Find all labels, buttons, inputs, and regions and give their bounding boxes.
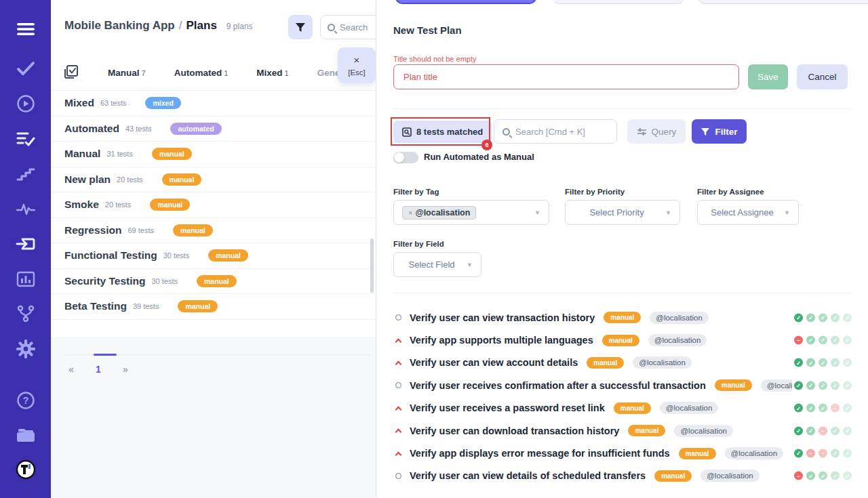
plan-test-count: 43 tests [125,125,152,133]
test-title: Verify app displays error message for in… [410,448,670,459]
tests-search-input[interactable] [515,127,610,137]
plan-title: Automated [64,123,119,135]
tag-badge[interactable]: @localisation [650,312,709,324]
plan-list: Mixed 63 tests mixed Automated 43 tests … [51,91,376,320]
plan-list-item[interactable]: Regression 69 tests manual [51,218,376,244]
signin-icon[interactable] [0,234,51,254]
plan-title: Functional Testing [64,249,157,262]
matched-tests-list: Verify user can view transaction history… [393,306,852,487]
top-cutoff-button-secondary[interactable] [553,0,684,4]
tag-badge[interactable]: @localisation [648,334,707,346]
analytics-icon[interactable] [0,269,51,289]
test-row[interactable]: Verify app supports multiple languages m… [393,329,852,351]
pagination-next-button[interactable]: » [119,364,132,375]
pagination-prev-button[interactable]: « [64,364,78,375]
plan-list-item[interactable]: Functional Testing 30 tests manual [51,243,376,269]
plan-type-tabs: Manual7 Automated1 Mixed1 Generated [64,62,362,83]
menu-icon[interactable] [0,19,51,39]
filter-field-select[interactable]: Select Field▼ [393,252,481,277]
tab-manual[interactable]: Manual7 [108,68,146,78]
test-row[interactable]: Verify user can download transaction his… [393,419,852,442]
run-automated-toggle[interactable] [393,152,418,163]
plan-list-item[interactable]: New plan 20 tests manual [51,167,376,193]
chevron-down-icon: ▼ [784,209,790,216]
top-cutoff-button-primary[interactable] [395,0,536,4]
select-all-icon[interactable] [64,65,79,80]
settings-gear-icon[interactable] [0,339,51,359]
top-cutoff-button-tertiary[interactable] [698,0,868,4]
status-fail-icon: − [818,449,827,458]
plans-filter-button[interactable] [288,15,313,39]
test-row[interactable]: Verify user can view account details man… [393,352,852,374]
manual-badge: manual [602,335,639,346]
branches-icon[interactable] [0,304,51,324]
filter-priority-select[interactable]: Select Priority▼ [565,200,680,225]
plan-type-badge: automated [170,123,221,135]
close-icon[interactable]: × [354,55,360,66]
tag-badge[interactable]: @localisation [701,470,760,482]
test-title: Verify user can download transaction his… [410,426,619,436]
save-button[interactable]: Save [748,64,788,89]
plan-title-input[interactable] [393,64,739,89]
new-test-plan-panel: New Test Plan Title should not be empty … [377,0,868,498]
filter-assignee-select[interactable]: Select Assignee▼ [697,200,799,225]
filter-tag-select[interactable]: ×@localisation ▼ [393,200,549,225]
plans-scrollbar-thumb[interactable] [370,238,374,293]
plans-list-icon[interactable] [0,129,51,149]
projects-folder-icon[interactable] [0,426,51,446]
plan-list-item[interactable]: Beta Testing 39 tests manual [51,294,376,320]
test-title: Verify user receives confirmation after … [410,380,706,391]
test-row[interactable]: Verify user can view transaction history… [393,306,852,329]
status-dots: ✓−−✓✓ [794,449,852,458]
plan-list-item[interactable]: Security Testing 30 tests manual [51,269,376,295]
tests-search-box[interactable] [494,119,617,144]
pulse-icon[interactable] [0,199,51,220]
test-row[interactable]: Verify app displays error message for in… [393,442,852,464]
app-logo[interactable] [0,459,51,480]
plans-search-box[interactable] [320,15,376,39]
tab-mixed[interactable]: Mixed1 [256,68,288,78]
chip-remove-icon[interactable]: × [408,209,412,217]
plan-list-item[interactable]: Automated 43 tests automated [51,117,376,142]
query-button[interactable]: Query [627,119,686,144]
pagination-active-indicator [94,354,117,356]
tag-chip[interactable]: ×@localisation [402,206,476,220]
tag-badge[interactable]: @localisation [674,425,733,437]
tab-automated[interactable]: Automated1 [174,68,229,78]
status-dots: −✓✓✓✓ [794,472,852,480]
steps-icon[interactable] [0,164,51,184]
status-pass-icon: ✓ [806,404,815,413]
panel-title: New Test Plan [393,24,462,36]
plan-list-item[interactable]: Manual 31 tests manual [51,142,376,167]
plan-list-item[interactable]: Smoke 20 tests manual [51,192,376,218]
tag-badge[interactable]: @localisation [660,402,719,414]
status-fail-icon: − [794,336,803,345]
status-pass-icon: ✓ [843,313,852,322]
test-row[interactable]: Verify user receives confirmation after … [393,374,852,396]
tests-matched-button[interactable]: 8 tests matched [393,121,492,143]
status-dots: ✓✓✓−✓ [794,404,852,413]
test-row[interactable]: Verify user can view details of schedule… [393,465,852,487]
breadcrumb-project[interactable]: Mobile Banking App [64,19,175,32]
cancel-button[interactable]: Cancel [797,64,848,89]
tests-check-icon[interactable] [0,58,51,79]
pagination-page-1[interactable]: 1 [85,364,112,375]
status-pass-icon: ✓ [843,449,852,458]
priority-icon [393,382,403,388]
esc-popup[interactable]: × [Esc] [338,47,376,83]
runs-play-icon[interactable] [0,94,51,114]
plans-search-input[interactable] [340,22,376,33]
status-pass-icon: ✓ [818,336,827,345]
help-icon[interactable]: ? [0,390,51,411]
tag-badge[interactable]: @localisation [633,356,692,369]
tag-badge[interactable]: @localisation [725,447,784,459]
test-row[interactable]: Verify user receives a password reset li… [393,397,852,419]
filter-button[interactable]: Filter [692,119,747,144]
plan-list-item[interactable]: Mixed 63 tests mixed [51,91,376,117]
plan-title: Security Testing [64,275,145,287]
tag-badge[interactable]: @localisation [761,379,792,392]
manual-badge: manual [654,470,692,482]
status-pass-icon: ✓ [806,358,815,367]
breadcrumb-section: Plans [186,19,217,32]
status-pass-icon: ✓ [831,336,840,345]
